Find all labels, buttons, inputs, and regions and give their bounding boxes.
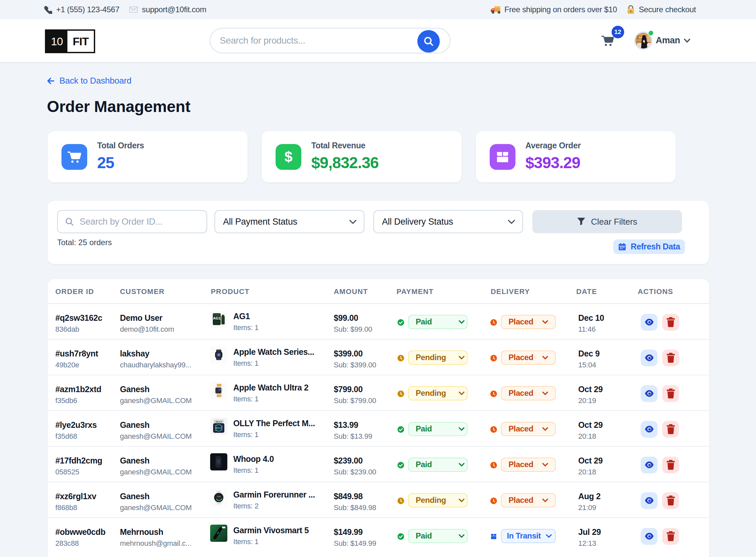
- svg-text:OLLY: OLLY: [215, 420, 222, 423]
- svg-text:MULTI: MULTI: [215, 427, 222, 429]
- svg-text:10:09: 10:09: [219, 388, 223, 390]
- svg-text:0:09: 0:09: [217, 495, 221, 497]
- svg-text:AG1: AG1: [213, 316, 221, 320]
